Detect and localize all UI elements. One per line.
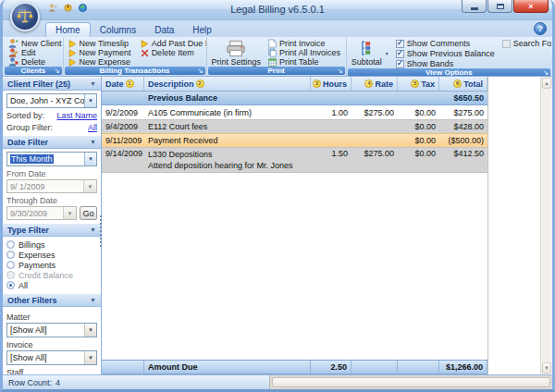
scales-of-justice-icon	[16, 7, 34, 26]
calendar-dropdown-icon[interactable]: ▼	[83, 180, 96, 192]
document-icon	[268, 39, 277, 48]
dialog-launcher-icon[interactable]: ↘	[543, 69, 549, 76]
radio-payments[interactable]: Payments	[6, 260, 97, 270]
payment-received-row[interactable]: 9/11/2009 Payment Received $0.00 ($500.0…	[102, 133, 487, 147]
delete-item-button[interactable]: Delete Item	[139, 48, 207, 57]
amount-due-total: $1,266.00	[439, 361, 487, 374]
subtotal-button[interactable]: Subtotal	[350, 39, 384, 67]
minimize-button[interactable]	[462, 0, 487, 13]
dropdown-arrow-icon[interactable]: ▼	[84, 153, 96, 165]
radio-all[interactable]: All	[6, 280, 97, 290]
matter-select[interactable]: [Show All] ▼	[6, 323, 97, 337]
search-footer-checkbox[interactable]: Search Footer	[502, 39, 551, 48]
edit-client-button[interactable]: Edit	[6, 48, 64, 57]
print-table-button[interactable]: Print Table	[266, 57, 342, 67]
radio-expenses[interactable]: Expenses	[6, 250, 97, 260]
column-header-rate[interactable]: 4 Rate	[352, 77, 398, 91]
column-header-hours[interactable]: 3 Hours	[311, 77, 352, 91]
column-header-date[interactable]: Date 1	[102, 77, 144, 91]
filter-sidebar: Client Filter (25) ▼ Doe, John - XYZ Cor…	[3, 77, 102, 374]
yellow-arrow-icon	[68, 49, 77, 57]
maximize-button[interactable]	[487, 0, 512, 13]
other-filters-header[interactable]: Other Filters ▼	[3, 293, 101, 307]
new-payment-button[interactable]: New Payment	[67, 48, 133, 57]
column-order-badge: 2	[196, 80, 204, 88]
print-all-invoices-button[interactable]: Print All Invoices	[266, 48, 342, 57]
maximize-icon	[497, 4, 504, 9]
radio-icon	[6, 261, 15, 269]
client-filter-header[interactable]: Client Filter (25) ▼	[3, 77, 101, 91]
new-client-button[interactable]: New Client	[6, 39, 64, 48]
help-button[interactable]: ?	[534, 22, 547, 35]
horizontal-scrollbar[interactable]	[269, 375, 552, 389]
application-menu-button[interactable]	[10, 2, 40, 31]
invoice-label: Invoice	[6, 340, 97, 349]
column-header-total[interactable]: 6 Total	[439, 77, 487, 91]
table-row[interactable]: 9/14/2009 L330 Depositions Attend deposi…	[102, 147, 487, 173]
billing-grid: Date 1 Description 2 3 Hours 4 Rate 5	[102, 77, 552, 374]
show-previous-balance-checkbox[interactable]: Show Previous Balance	[396, 49, 495, 58]
horizontal-scrollbar-thumb[interactable]	[272, 377, 550, 387]
row-count-panel: Row Count: 4	[3, 375, 269, 389]
dropdown-arrow-icon[interactable]: ▼	[84, 324, 96, 337]
new-timeslip-button[interactable]: New Timeslip	[67, 39, 133, 48]
column-header-tax[interactable]: 5 Tax	[398, 77, 439, 91]
print-settings-button[interactable]: Print Settings	[210, 39, 264, 67]
minimize-icon	[471, 7, 478, 10]
dropdown-arrow-icon[interactable]: ▼	[84, 94, 96, 107]
client-select[interactable]: Doe, John - XYZ Corporation ▼	[6, 93, 97, 108]
tab-columns[interactable]: Columns	[91, 23, 145, 37]
yellow-arrow-icon	[141, 40, 149, 48]
chevron-down-icon: ▼	[90, 80, 96, 87]
dialog-launcher-icon[interactable]: ↘	[198, 67, 204, 75]
tab-home[interactable]: Home	[45, 22, 91, 37]
dialog-launcher-icon[interactable]: ↘	[55, 67, 60, 75]
sorted-by-link[interactable]: Last Name	[56, 111, 97, 120]
subtotal-outline-icon	[359, 39, 375, 57]
other-filters-panel: Matter [Show All] ▼ Invoice [Show All] ▼…	[3, 307, 101, 374]
from-date-input[interactable]: 9/ 1/2009 ▼	[6, 179, 97, 193]
scroll-up-icon[interactable]: ▲	[542, 78, 551, 89]
column-header-description[interactable]: Description 2	[144, 77, 311, 91]
radio-billings[interactable]: Billings	[6, 239, 97, 250]
previous-balance-row[interactable]: Previous Balance $650.50	[102, 92, 487, 105]
ribbon-group-billing-transactions: New Timeslip New Payment New Expense Add	[64, 38, 207, 76]
from-date-label: From Date	[6, 169, 97, 178]
through-date-input[interactable]: 9/30/2009 ▼	[6, 206, 77, 220]
through-date-label: Through Date	[6, 196, 97, 205]
billing-transactions-group-caption: Billing Transactions ↘	[65, 67, 205, 75]
calendar-dropdown-icon[interactable]: ▼	[63, 207, 76, 219]
sidebar-splitter-handle[interactable]	[100, 215, 102, 247]
type-filter-header[interactable]: Type Filter ▼	[3, 223, 101, 237]
print-invoice-button[interactable]: Print Invoice	[266, 39, 342, 48]
go-button[interactable]: Go	[80, 206, 97, 220]
group-filter-link[interactable]: All	[88, 123, 97, 132]
close-button[interactable]: ×	[513, 0, 549, 13]
tab-data[interactable]: Data	[145, 23, 183, 37]
dropdown-arrow-icon[interactable]: ▼	[84, 351, 96, 364]
printer-icon	[226, 39, 246, 57]
subtotal-dropdown-arrow-icon[interactable]: ▾	[386, 50, 388, 56]
show-comments-checkbox[interactable]: Show Comments	[396, 39, 495, 48]
table-right-edge	[487, 77, 488, 374]
scroll-down-icon[interactable]: ▼	[542, 362, 551, 374]
invoice-select[interactable]: [Show All] ▼	[6, 350, 97, 365]
table-row[interactable]: 9/4/2009 E112 Court fees $0.00 $428.00	[102, 119, 487, 133]
add-past-due-interest-button[interactable]: Add Past Due Interest	[139, 39, 207, 48]
dialog-launcher-icon[interactable]: ↘	[338, 67, 343, 75]
column-order-badge: 1	[126, 80, 134, 88]
vertical-scrollbar[interactable]: ▲ ▼	[540, 77, 552, 374]
show-bands-checkbox[interactable]: Show Bands	[396, 59, 495, 68]
person-edit-icon	[8, 48, 18, 57]
tab-help[interactable]: Help	[183, 23, 221, 37]
new-expense-button[interactable]: New Expense	[67, 57, 133, 67]
ribbon-group-clients: New Client Edit Delete Clients ↘	[4, 38, 64, 76]
date-filter-header[interactable]: Date Filter ▼	[3, 135, 101, 149]
delete-client-button[interactable]: Delete	[6, 57, 64, 67]
status-bar: Row Count: 4	[3, 374, 552, 389]
clients-group-caption: Clients ↘	[5, 67, 62, 75]
date-range-select[interactable]: This Month ▼	[6, 152, 97, 166]
amount-due-footer-row: Amount Due 2.50 $1,266.00	[102, 360, 487, 374]
table-row[interactable]: 9/2/2009 A105 Communicate (in firm) 1.00…	[102, 105, 487, 119]
grid-header-row: Date 1 Description 2 3 Hours 4 Rate 5	[102, 77, 487, 92]
